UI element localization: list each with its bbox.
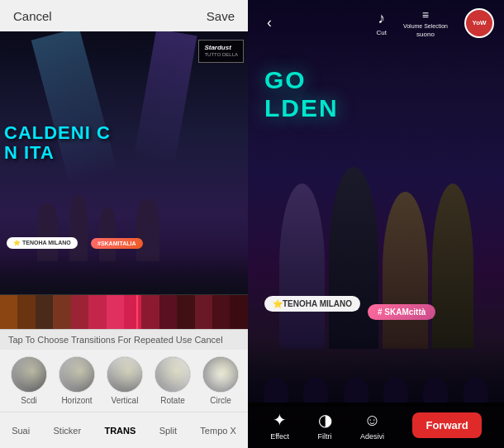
filtri-icon-item[interactable]: ◑ Filtri	[318, 410, 332, 441]
frame-7	[107, 295, 124, 329]
transition-preview-horizont	[59, 357, 94, 392]
right-top-icons: ♪ Cut ≡ Volume Selection suono YoW	[376, 8, 494, 38]
transition-item-horizont[interactable]: Horizont	[56, 356, 97, 405]
back-button[interactable]: ‹	[258, 12, 281, 35]
stage-banner: Stardust TUTTO DELLA	[198, 40, 244, 63]
frame-1	[0, 295, 17, 329]
timeline-frames	[0, 295, 248, 329]
right-person-4	[432, 183, 473, 349]
person-silhouette-2	[69, 195, 88, 261]
volume-icon-item[interactable]: ≡ Volume Selection suono	[403, 8, 448, 38]
filtri-icon: ◑	[318, 410, 332, 430]
forward-button[interactable]: Forward	[412, 412, 481, 438]
frame-11	[177, 295, 194, 329]
transition-label-scdi: Scdi	[21, 396, 36, 405]
right-bottom-bar: ✦ Effect ◑ Filtri ☺ Adesivi Forward	[248, 403, 504, 448]
transition-preview-circle	[203, 357, 238, 392]
frame-13	[212, 295, 230, 329]
save-button[interactable]: Save	[207, 9, 235, 23]
right-person-2	[329, 167, 378, 349]
timeline-strip[interactable]	[0, 294, 248, 329]
right-person-3	[383, 192, 428, 349]
transition-label-circle: Circle	[210, 396, 231, 405]
transition-circle-scdi	[11, 356, 47, 393]
volume-label: Volume Selection	[403, 23, 448, 29]
playhead[interactable]	[136, 295, 138, 329]
toolbar-trans[interactable]: TRANS	[97, 422, 142, 439]
frame-2	[17, 295, 35, 329]
frame-5	[71, 295, 88, 329]
filtri-label: Filtri	[318, 432, 332, 441]
frame-3	[36, 295, 53, 329]
cut-label: Cut	[376, 29, 386, 36]
adesivi-label: Adesivi	[360, 432, 384, 441]
volume-icon: ≡	[422, 8, 429, 21]
transition-message: Tap To Choose Transitions For Repeated U…	[0, 329, 248, 350]
frame-4	[53, 295, 70, 329]
right-golden-text: GO LDEN	[264, 66, 339, 122]
right-person-1	[279, 183, 325, 349]
left-bottom-toolbar: Suai Sticker TRANS Split Tempo X	[0, 412, 248, 448]
effect-icon: ✦	[273, 410, 287, 430]
frame-10	[159, 295, 177, 329]
golden-text-left: CALDENI C N ITA	[4, 123, 111, 163]
adesivi-icon: ☺	[364, 411, 380, 430]
transition-preview-scdi	[12, 357, 46, 392]
transition-circle-horizont	[59, 356, 95, 393]
sticker-skam-right[interactable]: # SKAMcittà	[368, 304, 435, 320]
transition-item-vertical[interactable]: Vertical	[104, 356, 145, 405]
transition-circle-rotate	[155, 356, 191, 393]
sticker-tenoha-milano-right[interactable]: ⭐TENOHA MILANO	[264, 296, 360, 312]
cancel-button[interactable]: Cancel	[13, 9, 52, 23]
frame-6	[88, 295, 106, 329]
transition-circle-vertical	[107, 356, 143, 393]
transition-label-horizont: Horizont	[61, 396, 92, 405]
transition-circle-circle	[202, 356, 239, 393]
banner-text: TUTTO DELLA	[204, 52, 238, 59]
transition-options: Scdi Horizont Vertical Rotate Circle	[0, 350, 248, 412]
frame-14	[230, 295, 247, 329]
sticker-skam-left[interactable]: #SKAMITALIA	[91, 238, 143, 249]
transition-preview-rotate	[155, 357, 190, 392]
avatar[interactable]: YoW	[464, 8, 494, 38]
frame-12	[195, 295, 212, 329]
right-top-bar: ‹ ♪ Cut ≡ Volume Selection suono YoW	[248, 0, 504, 45]
suono-label: suono	[416, 31, 435, 38]
toolbar-sticker[interactable]: Sticker	[47, 422, 88, 439]
right-stage-scene: GO LDEN	[248, 0, 504, 448]
stage-scene-left: Stardust TUTTO DELLA CALDENI C N ITA ⭐ T…	[0, 31, 248, 294]
sticker-tenoha-milano-left[interactable]: ⭐ TENOHA MILANO	[7, 237, 78, 249]
banner-logo: Stardust	[204, 44, 238, 52]
adesivi-icon-item[interactable]: ☺ Adesivi	[360, 411, 384, 441]
toolbar-suai[interactable]: Suai	[5, 422, 36, 439]
cut-icon-item[interactable]: ♪ Cut	[376, 10, 386, 36]
right-panel: GO LDEN ⭐TENOHA MILANO # SKAMcittà ‹ ♪ C…	[248, 0, 504, 448]
video-preview-left: Stardust TUTTO DELLA CALDENI C N ITA ⭐ T…	[0, 31, 248, 294]
transition-label-rotate: Rotate	[160, 396, 184, 405]
audience-row	[0, 253, 248, 294]
transition-preview-vertical	[107, 357, 142, 392]
effect-label: Effect	[270, 432, 289, 441]
left-panel: Cancel Save Stardust TUTTO DELLA CALDENI…	[0, 0, 248, 448]
frame-9	[141, 295, 159, 329]
effect-icon-item[interactable]: ✦ Effect	[270, 410, 289, 441]
transition-item-scdi[interactable]: Scdi	[8, 356, 50, 405]
frame-8	[124, 295, 141, 329]
person-silhouette-4	[136, 199, 159, 261]
transition-item-rotate[interactable]: Rotate	[152, 356, 193, 405]
transition-label-vertical: Vertical	[112, 396, 139, 405]
toolbar-tempo[interactable]: Tempo X	[193, 422, 242, 439]
toolbar-split[interactable]: Split	[153, 422, 183, 439]
cut-icon: ♪	[378, 10, 385, 27]
transition-item-circle[interactable]: Circle	[200, 356, 241, 405]
left-header: Cancel Save	[0, 0, 248, 31]
avatar-text: YoW	[472, 19, 486, 26]
